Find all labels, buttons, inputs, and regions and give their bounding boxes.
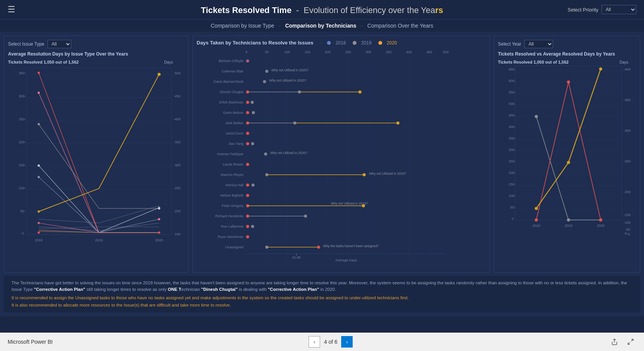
legend-dot-2018 — [327, 41, 331, 45]
priority-label: Select Priority — [568, 7, 598, 13]
hamburger-menu[interactable]: ☰ — [8, 5, 15, 15]
bottom-para1e: in 2020. — [319, 287, 336, 292]
svg-point-90 — [396, 121, 399, 125]
recommendation-2: It is also recommended to allocate more … — [12, 302, 632, 308]
svg-text:-200: -200 — [174, 209, 181, 213]
svg-text:Average Days: Average Days — [335, 258, 357, 262]
top-bar: ☰ Tickets Resolved Time - Evolution of E… — [0, 0, 644, 20]
svg-point-184 — [567, 161, 570, 164]
svg-text:Why not Utilized in 2020?: Why not Utilized in 2020? — [271, 68, 309, 72]
svg-text:150-: 150- — [509, 182, 516, 186]
svg-text:-250: -250 — [174, 186, 181, 190]
svg-text:Jared Dunn: Jared Dunn — [225, 131, 243, 135]
svg-text:Why not Utilized in 2020?: Why not Utilized in 2020? — [269, 79, 306, 82]
svg-text:Jack Barker: Jack Barker — [225, 121, 243, 125]
priority-dropdown[interactable]: All High Medium Low — [601, 5, 636, 14]
svg-text:Nelson Bighetti: Nelson Bighetti — [220, 194, 243, 197]
expand-button[interactable] — [625, 336, 636, 348]
year-dropdown[interactable]: All 2018 2019 2020 — [524, 40, 553, 48]
nav-technicians[interactable]: Comparison by Technicians — [285, 23, 356, 29]
svg-point-185 — [599, 67, 602, 71]
svg-text:-0: -0 — [624, 231, 627, 235]
svg-point-32 — [38, 123, 40, 125]
svg-text:Bertram Gilfoyle: Bertram Gilfoyle — [219, 59, 243, 63]
svg-text:Richard Hendricks: Richard Hendricks — [215, 214, 243, 218]
svg-text:Russ Hanneman: Russ Hanneman — [218, 235, 243, 239]
right-panel: Select Year All 2018 2019 2020 Tickets R… — [494, 36, 640, 273]
left-chart-title: Average Resolution Days by Issue Type Ov… — [8, 51, 184, 57]
page-indicator: 4 of 6 — [324, 339, 337, 345]
svg-text:Why not Utilized in 2019?: Why not Utilized in 2019? — [331, 202, 368, 205]
svg-point-30 — [38, 72, 40, 74]
svg-text:350-: 350- — [19, 71, 26, 75]
svg-point-107 — [246, 184, 249, 187]
title-text: Tickets Resolved Time — [201, 5, 291, 15]
bottom-para1d: is dealing with — [238, 287, 268, 292]
svg-text:200: 200 — [325, 50, 330, 54]
svg-text:250: 250 — [345, 50, 351, 54]
svg-text:-400: -400 — [174, 117, 181, 121]
svg-line-188 — [631, 339, 633, 341]
svg-point-124 — [246, 235, 249, 238]
prev-page-button[interactable]: ‹ — [309, 336, 320, 348]
svg-point-108 — [251, 184, 255, 187]
bottom-bold3: "Dinesh Chugtai" — [201, 287, 238, 292]
svg-point-36 — [38, 222, 40, 224]
bottom-bold1: "Corrective Action Plan" — [34, 287, 85, 292]
svg-text:Maximo Reyes: Maximo Reyes — [220, 173, 243, 177]
svg-text:-350: -350 — [624, 98, 631, 102]
svg-point-71 — [263, 80, 266, 83]
svg-text:500: 500 — [443, 50, 449, 54]
nav-issue-type[interactable]: Comparison by Issue Type — [211, 23, 274, 29]
svg-point-81 — [251, 101, 254, 104]
svg-text:150: 150 — [304, 50, 310, 54]
svg-text:550-: 550- — [509, 90, 516, 94]
svg-text:650-: 650- — [509, 67, 516, 71]
svg-text:Dinesh Chugtai: Dinesh Chugtai — [220, 90, 243, 94]
year-select-row: Select Year All 2018 2019 2020 — [498, 40, 636, 48]
svg-text:Why not Utilized in 2020?: Why not Utilized in 2020? — [270, 151, 307, 155]
svg-text:150-: 150- — [19, 163, 26, 167]
nav-sep-2: - — [361, 23, 363, 29]
right-chart-svg: Tickets Resolved 1,050 out of 1,562 Days… — [498, 58, 636, 246]
svg-text:Davis Bannercheck: Davis Bannercheck — [214, 80, 243, 84]
svg-text:Gavin Belson: Gavin Belson — [223, 111, 243, 115]
svg-text:0: 0 — [22, 231, 24, 235]
svg-point-38 — [158, 73, 161, 76]
svg-text:2019: 2019 — [95, 238, 103, 242]
svg-point-110 — [246, 194, 249, 197]
svg-point-95 — [251, 142, 254, 145]
subtitle-text: Evolution of Efficiency over the Yea — [304, 5, 435, 15]
issue-type-dropdown[interactable]: All — [48, 40, 71, 48]
svg-point-68 — [265, 70, 268, 73]
left-chart-area: Tickets Resolved 1,050 out of 1,562 Days… — [8, 58, 184, 246]
legend-dot-2019 — [353, 41, 356, 45]
svg-text:-0: -0 — [627, 232, 630, 236]
svg-point-183 — [535, 207, 538, 210]
svg-point-42 — [158, 231, 160, 234]
svg-text:2018: 2018 — [35, 238, 43, 242]
recommendation-1: It is recommended to assign the Unassign… — [12, 295, 632, 301]
svg-text:Ron Laflamme: Ron Laflamme — [221, 225, 243, 228]
svg-text:31.80: 31.80 — [292, 256, 301, 259]
svg-text:Unassigned: Unassigned — [225, 245, 243, 249]
svg-text:400-: 400- — [509, 125, 516, 129]
nav-over-years[interactable]: Comparison Over the Years — [367, 23, 433, 29]
svg-text:50-: 50- — [20, 209, 25, 213]
svg-text:-300: -300 — [624, 129, 631, 133]
content-area: Select Issue Type All Average Resolution… — [0, 32, 644, 316]
svg-text:250-: 250- — [509, 159, 516, 163]
center-chart-header: Days Taken by Technicians to Resolve the… — [197, 40, 486, 46]
svg-text:200-: 200- — [509, 171, 516, 175]
next-page-button[interactable]: › — [341, 336, 353, 348]
svg-text:300: 300 — [365, 50, 371, 54]
svg-text:Tickets Resolved 1,050 out of : Tickets Resolved 1,050 out of 1,562 — [498, 60, 568, 64]
footer-icons — [609, 336, 636, 348]
svg-text:Erlich Bachman: Erlich Bachman — [219, 100, 243, 104]
svg-point-121 — [246, 225, 249, 228]
svg-text:Tickets Resolved 1,050 out of : Tickets Resolved 1,050 out of 1,562 — [8, 60, 79, 64]
bottom-text: The Technicians have got better in solvi… — [4, 276, 640, 312]
svg-text:Why not Utilized in 2020?: Why not Utilized in 2020? — [369, 172, 406, 176]
svg-text:Monica Hall: Monica Hall — [225, 183, 243, 187]
share-button[interactable] — [609, 336, 620, 348]
